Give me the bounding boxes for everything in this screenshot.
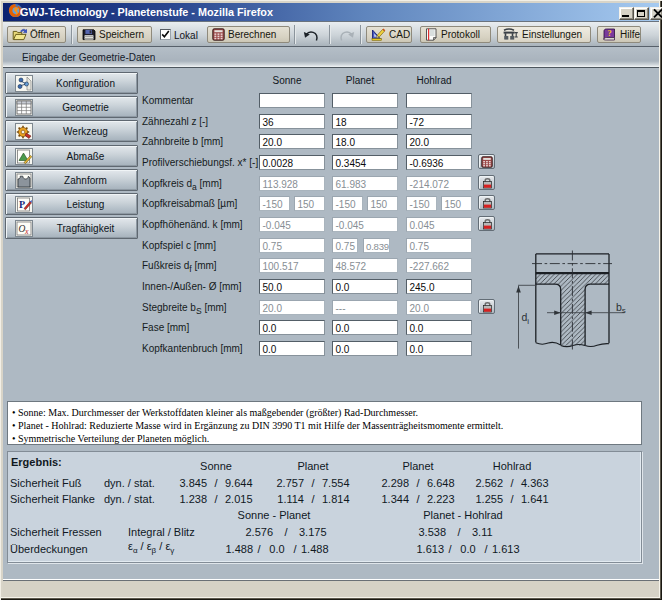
svg-text:x: x [24, 227, 29, 236]
svg-text:di: di [522, 311, 530, 326]
svg-text:?: ? [607, 28, 611, 38]
